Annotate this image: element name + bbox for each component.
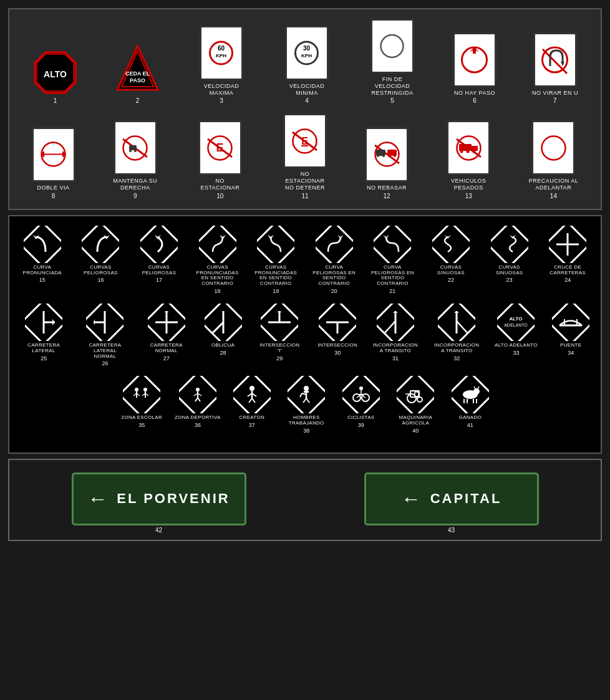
svg-rect-52 (24, 226, 61, 263)
svg-text:E: E (302, 136, 309, 146)
no-stopping-icon: E (288, 127, 322, 155)
no-u-turn-icon (538, 44, 572, 75)
sign-40-label: MAQUINARIA AGRICOLA (392, 415, 439, 426)
sign-8-number: 8 (52, 193, 56, 199)
sign-40: MAQUINARIA AGRICOLA 40 (392, 376, 439, 434)
svg-point-111 (135, 388, 138, 391)
sign-24-number: 24 (564, 277, 571, 283)
svg-text:E: E (216, 141, 224, 154)
sign-10-label: NO ESTACIONAR (195, 178, 245, 191)
sign-36-number: 36 (195, 422, 201, 428)
svg-point-49 (466, 150, 469, 153)
svg-text:30: 30 (303, 45, 311, 52)
sign-9-number: 9 (133, 193, 137, 199)
sign-13-heavy: VEHICULOS PESADOS 13 (443, 120, 493, 199)
sign-3-speed-max: 60 KPH VELOCIDAD MAXIMA 3 (196, 26, 246, 105)
sign-4-speed-min: 30 KPH VELOCIDAD MINIMA 4 (282, 26, 332, 105)
sign-6-number: 6 (473, 97, 477, 104)
sign-42-el-porvenir: ← EL PORVENIR 42 (72, 472, 246, 534)
sign-19-number: 19 (273, 288, 279, 294)
sign-19: CURVAS PRONUNCIADAS EN SENTIDO CONTRARIO… (253, 226, 299, 294)
svg-text:ALTO: ALTO (44, 69, 67, 79)
sign-38-number: 38 (303, 428, 309, 434)
sign-39-label: CICLISTAS (347, 415, 374, 421)
sign-21-label: CURVA PELIGROSAS EN SENTIDO CONTRARIO (369, 265, 416, 287)
curve-dangerous2-icon (374, 226, 411, 263)
svg-point-28 (134, 150, 137, 152)
sign-31-label: INCORPORACION A TRANSITO (372, 343, 419, 354)
sign-36: ZONA DEPORTIVA 36 (175, 376, 221, 434)
sign-16-label: CURVAS PELIGROSAS (77, 265, 124, 276)
sign-15-label: CURVA PRONUNCIADA (19, 265, 65, 276)
sign-8-double-way: DOBLE VIA 8 (32, 127, 75, 199)
sign-13-label: VEHICULOS PESADOS (443, 178, 493, 191)
svg-rect-46 (459, 144, 472, 151)
sign-34-label: PUENTE (560, 343, 581, 348)
sign-42-arrow: ← (87, 487, 107, 511)
cyclists-icon (342, 376, 380, 413)
direction-signs-section: ← EL PORVENIR 42 ← CAPITAL 43 (8, 459, 602, 541)
svg-rect-149 (397, 376, 434, 413)
sign-28-label: OBLICUA (211, 343, 235, 348)
svg-point-144 (359, 386, 363, 390)
svg-point-120 (196, 388, 200, 391)
svg-rect-66 (432, 226, 470, 263)
svg-rect-135 (304, 391, 309, 393)
sign-35: ZONA ESCOLAR 35 (121, 376, 162, 434)
sign-28: OBLICUA 28 (205, 304, 242, 367)
sign-20: CURVA PELIGROSAS EN SENTIDO CONTRARIO 20 (311, 226, 357, 294)
sign-43-capital: ← CAPITAL 43 (364, 472, 539, 534)
speed-max-icon: 60 KPH (204, 41, 238, 65)
sign-24-label: CRUCE DE CARRETERAS (545, 265, 591, 276)
sign-23: CURVAS SINUOSAS 23 (486, 226, 533, 294)
sign-18: CURVAS PRONUNCIADAS EN SENTIDO CONTRARIO… (194, 226, 241, 294)
svg-rect-62 (316, 226, 353, 263)
sign-12-number: 12 (384, 193, 390, 199)
sign-16: CURVAS PELIGROSAS 16 (77, 226, 124, 294)
cattle-icon (452, 376, 489, 413)
sign-42-number: 42 (155, 527, 162, 534)
sign-35-number: 35 (138, 422, 145, 428)
regulatory-signs-section: ALTO 1 CEDA EL PASO 2 60 (8, 8, 602, 210)
no-parking-icon: E (203, 134, 237, 162)
svg-point-27 (129, 150, 132, 152)
sign-40-number: 40 (412, 428, 419, 434)
sign-10-number: 10 (216, 193, 223, 199)
svg-text:ALTO: ALTO (510, 316, 523, 322)
sign-1-alto: ALTO 1 (32, 49, 79, 104)
svg-rect-26 (129, 145, 137, 150)
double-way-icon (36, 140, 70, 168)
sign-11-label: NO ESTACIONAR NO DETENER (280, 171, 330, 191)
sign-3-number: 3 (220, 97, 223, 104)
stop-ahead-icon: ALTO ADELANTO (497, 304, 535, 341)
svg-point-39 (377, 155, 379, 157)
svg-text:KPH: KPH (301, 53, 312, 59)
t-intersection-icon (261, 304, 298, 341)
svg-text:ADELANTO: ADELANTO (505, 323, 528, 327)
sports-zone-icon (179, 376, 216, 413)
sign-32-number: 32 (453, 355, 460, 362)
workers-icon (288, 376, 325, 413)
sign-37-label: CREATON (240, 415, 264, 421)
sign-22-label: CURVAS SINUOSAS (427, 265, 474, 276)
oblique-road-icon (205, 304, 242, 341)
sign-41-number: 41 (467, 422, 473, 428)
sign-6-no-pass: NO HAY PASO 6 (453, 32, 496, 105)
sign-21-number: 21 (389, 288, 395, 294)
svg-point-51 (541, 136, 565, 160)
merge-traffic1-icon (377, 304, 414, 341)
sign-10-no-park: E NO ESTACIONAR 10 (195, 120, 245, 199)
sign-28-number: 28 (220, 350, 226, 356)
warning-signs-section: CURVA PRONUNCIADA 15 CURVAS PELIGROSAS 1… (8, 215, 602, 454)
lateral-road2-icon (86, 304, 123, 341)
pedestrian-icon (233, 376, 271, 413)
sign-33: ALTO ADELANTO ALTO ADELANTO 33 (495, 304, 538, 367)
sign-20-label: CURVA PELIGROSAS EN SENTIDO CONTRARIO (311, 265, 357, 287)
curve-right2-icon (140, 226, 178, 263)
caution-pass-icon (536, 134, 571, 162)
merge-traffic2-icon (438, 304, 475, 341)
svg-point-50 (472, 150, 475, 153)
svg-point-40 (382, 155, 385, 157)
sign-26: CARRETERA LATERAL NORMAL 26 (82, 304, 128, 367)
sign-32: INCORPORACION A TRANSITO 32 (433, 304, 480, 367)
